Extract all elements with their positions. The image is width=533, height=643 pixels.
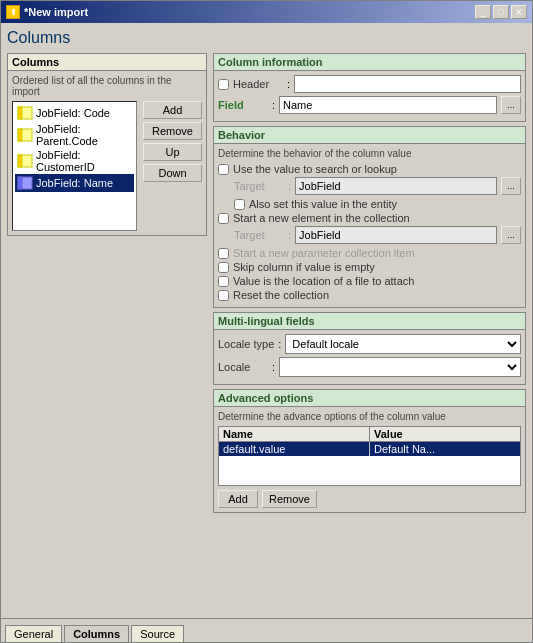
target1-input[interactable] xyxy=(295,177,497,195)
target2-browse-button[interactable]: ... xyxy=(501,226,521,244)
main-area: Columns Ordered list of all the columns … xyxy=(7,53,526,612)
column-info-header: Column information xyxy=(214,54,525,71)
table-row-0[interactable]: default.value Default Na... xyxy=(219,442,520,456)
behavior-header: Behavior xyxy=(214,127,525,144)
window-icon: ⬆ xyxy=(6,5,20,19)
skip-empty-label: Skip column if value is empty xyxy=(233,261,375,273)
use-search-checkbox[interactable] xyxy=(218,164,229,175)
add-column-button[interactable]: Add xyxy=(143,101,202,119)
col-item-icon-1 xyxy=(17,127,33,143)
content-area: Columns Columns Ordered list of all the … xyxy=(1,23,532,618)
start-element-label: Start a new element in the collection xyxy=(233,212,410,224)
locale-type-select[interactable]: Default locale xyxy=(285,334,521,354)
col-item-label-3: JobField: Name xyxy=(36,177,113,189)
col-item-label-1: JobField: Parent.Code xyxy=(36,123,132,147)
advanced-buttons: Add Remove xyxy=(218,490,521,508)
behavior-body: Determine the behavior of the column val… xyxy=(214,144,525,307)
target2-label: Target xyxy=(234,229,284,241)
tab-source[interactable]: Source xyxy=(131,625,184,642)
locale-type-label: Locale type xyxy=(218,338,274,350)
target1-row: Target : ... xyxy=(234,177,521,195)
advanced-remove-button[interactable]: Remove xyxy=(262,490,317,508)
header-input[interactable] xyxy=(294,75,521,93)
reset-checkbox[interactable] xyxy=(218,290,229,301)
skip-empty-row: Skip column if value is empty xyxy=(218,261,521,273)
advanced-subtext: Determine the advance options of the col… xyxy=(218,411,521,422)
col-item-2[interactable]: JobField: CustomerID xyxy=(15,148,134,174)
title-bar: ⬆ *New import _ □ ✕ xyxy=(1,1,532,23)
col-item-icon-2 xyxy=(17,153,33,169)
col-item-0[interactable]: JobField: Code xyxy=(15,104,134,122)
start-param-checkbox[interactable] xyxy=(218,248,229,259)
target2-row: Target : ... xyxy=(234,226,521,244)
columns-subtext: Ordered list of all the columns in the i… xyxy=(12,75,202,97)
behavior-group: Behavior Determine the behavior of the c… xyxy=(213,126,526,308)
window-controls: _ □ ✕ xyxy=(475,5,527,19)
target1-browse-button[interactable]: ... xyxy=(501,177,521,195)
window-title: *New import xyxy=(24,6,88,18)
field-row: Field : ... xyxy=(218,96,521,114)
maximize-button[interactable]: □ xyxy=(493,5,509,19)
header-row: Header : xyxy=(218,75,521,93)
target1-label: Target xyxy=(234,180,284,192)
bottom-tabs: General Columns Source xyxy=(1,618,532,642)
col-item-1[interactable]: JobField: Parent.Code xyxy=(15,122,134,148)
locale-select[interactable] xyxy=(279,357,521,377)
columns-group: Columns Ordered list of all the columns … xyxy=(7,53,207,236)
remove-column-button[interactable]: Remove xyxy=(143,122,202,140)
field-browse-button[interactable]: ... xyxy=(501,96,521,114)
header-checkbox[interactable] xyxy=(218,79,229,90)
field-label: Field xyxy=(218,99,268,111)
row0-name: default.value xyxy=(219,442,370,456)
header-label: Header xyxy=(233,78,283,90)
page-title: Columns xyxy=(7,29,526,47)
columns-section: JobField: Code JobField: Parent.Code xyxy=(12,101,202,231)
left-panel: Columns Ordered list of all the columns … xyxy=(7,53,207,612)
start-element-row: Start a new element in the collection xyxy=(218,212,521,224)
svg-rect-7 xyxy=(18,177,22,189)
columns-body: Ordered list of all the columns in the i… xyxy=(8,71,206,235)
skip-empty-checkbox[interactable] xyxy=(218,262,229,273)
svg-rect-3 xyxy=(18,129,22,141)
col-item-icon-3 xyxy=(17,175,33,191)
table-header: Name Value xyxy=(219,427,520,442)
locale-type-row: Locale type : Default locale xyxy=(218,334,521,354)
use-search-label: Use the value to search or lookup xyxy=(233,163,397,175)
behavior-subtext: Determine the behavior of the column val… xyxy=(218,148,521,159)
tab-columns[interactable]: Columns xyxy=(64,625,129,642)
columns-list[interactable]: JobField: Code JobField: Parent.Code xyxy=(12,101,137,231)
reset-label: Reset the collection xyxy=(233,289,329,301)
right-panel: Column information Header : Field : xyxy=(213,53,526,612)
up-column-button[interactable]: Up xyxy=(143,143,202,161)
advanced-add-button[interactable]: Add xyxy=(218,490,258,508)
row0-value: Default Na... xyxy=(370,442,520,456)
start-element-checkbox[interactable] xyxy=(218,213,229,224)
multilingual-group: Multi-lingual fields Locale type : Defau… xyxy=(213,312,526,385)
field-input[interactable] xyxy=(279,96,497,114)
close-button[interactable]: ✕ xyxy=(511,5,527,19)
reset-row: Reset the collection xyxy=(218,289,521,301)
col-item-icon-0 xyxy=(17,105,33,121)
use-search-row: Use the value to search or lookup xyxy=(218,163,521,175)
file-location-label: Value is the location of a file to attac… xyxy=(233,275,414,287)
file-location-row: Value is the location of a file to attac… xyxy=(218,275,521,287)
col-item-3[interactable]: JobField: Name xyxy=(15,174,134,192)
tab-general[interactable]: General xyxy=(5,625,62,642)
minimize-button[interactable]: _ xyxy=(475,5,491,19)
target2-input[interactable] xyxy=(295,226,497,244)
also-set-label: Also set this value in the entity xyxy=(249,198,397,210)
svg-rect-1 xyxy=(18,107,22,119)
col-name-header: Name xyxy=(219,427,370,441)
also-set-checkbox[interactable] xyxy=(234,199,245,210)
column-info-body: Header : Field : ... xyxy=(214,71,525,121)
col-buttons: Add Remove Up Down xyxy=(143,101,202,231)
columns-header: Columns xyxy=(8,54,206,71)
svg-rect-5 xyxy=(18,155,22,167)
down-column-button[interactable]: Down xyxy=(143,164,202,182)
advanced-group: Advanced options Determine the advance o… xyxy=(213,389,526,513)
col-value-header: Value xyxy=(370,427,520,441)
locale-row: Locale : xyxy=(218,357,521,377)
start-param-row: Start a new parameter collection item xyxy=(218,247,521,259)
file-location-checkbox[interactable] xyxy=(218,276,229,287)
multilingual-body: Locale type : Default locale Locale : xyxy=(214,330,525,384)
